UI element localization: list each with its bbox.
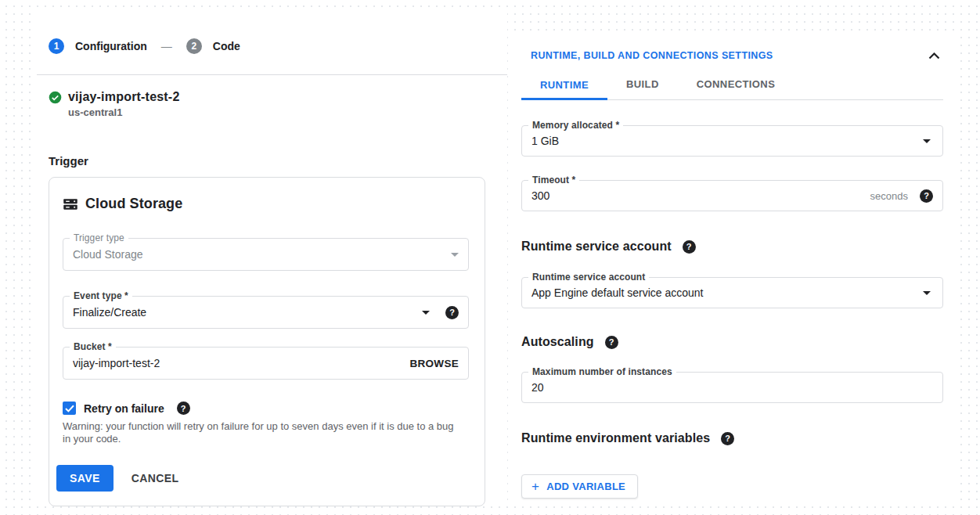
settings-section-header[interactable]: RUNTIME, BUILD AND CONNECTIONS SETTINGS: [521, 50, 943, 61]
function-region: us-central1: [68, 106, 485, 118]
autoscaling-heading: Autoscaling: [521, 335, 594, 349]
action-buttons: SAVE CANCEL: [56, 465, 469, 492]
bucket-input[interactable]: [73, 357, 409, 369]
step-configuration[interactable]: 1 Configuration: [49, 38, 147, 54]
service-account-heading-row: Runtime service account ?: [521, 239, 943, 254]
bucket-label: Bucket *: [70, 341, 116, 352]
max-instances-input[interactable]: [531, 381, 933, 394]
service-account-label: Runtime service account: [528, 272, 649, 283]
memory-allocated-value: 1 GiB: [531, 135, 923, 147]
trigger-card: Cloud Storage Trigger type Cloud Storage…: [49, 177, 485, 506]
timeout-suffix: seconds: [870, 190, 908, 202]
step-2-badge: 2: [186, 38, 202, 54]
function-name: vijay-import-test-2: [68, 90, 180, 104]
help-icon[interactable]: ?: [605, 336, 618, 349]
trigger-card-header: Cloud Storage: [63, 196, 469, 212]
step-2-label: Code: [213, 40, 240, 52]
trigger-type-label: Trigger type: [70, 232, 128, 243]
help-icon[interactable]: ?: [177, 402, 190, 415]
timeout-label: Timeout *: [528, 175, 579, 185]
function-config-panel: 1 Configuration — 2 Code vijay-import-te…: [31, 13, 507, 506]
chevron-up-icon[interactable]: [928, 52, 940, 59]
event-type-label: Event type *: [70, 290, 132, 301]
step-1-label: Configuration: [75, 40, 147, 52]
help-icon[interactable]: ?: [721, 432, 734, 445]
tab-runtime[interactable]: RUNTIME: [521, 79, 607, 100]
timeout-field: Timeout * seconds ?: [521, 180, 943, 211]
env-vars-heading-row: Runtime environment variables ?: [521, 431, 943, 445]
plus-icon: +: [531, 480, 539, 493]
service-account-heading: Runtime service account: [521, 239, 672, 254]
retry-label[interactable]: Retry on failure: [84, 402, 164, 415]
cloud-storage-icon: [63, 196, 78, 212]
add-variable-label: ADD VARIABLE: [546, 481, 625, 492]
autoscaling-heading-row: Autoscaling ?: [521, 335, 943, 349]
dropdown-caret-icon: [422, 311, 430, 315]
memory-allocated-select[interactable]: Memory allocated * 1 GiB: [521, 125, 943, 157]
event-type-value: Finalize/Create: [73, 306, 413, 319]
save-button[interactable]: SAVE: [56, 465, 113, 492]
dropdown-caret-icon: [923, 291, 931, 295]
env-vars-heading: Runtime environment variables: [521, 431, 710, 445]
timeout-input[interactable]: [531, 189, 870, 202]
dropdown-caret-icon: [923, 139, 931, 143]
function-name-row: vijay-import-test-2: [49, 90, 485, 104]
checkbox-check-icon: [65, 405, 74, 412]
stepper: 1 Configuration — 2 Code: [49, 38, 485, 54]
service-account-value: App Engine default service account: [531, 286, 923, 299]
help-icon[interactable]: ?: [920, 189, 933, 203]
tab-connections[interactable]: CONNECTIONS: [678, 78, 794, 99]
memory-allocated-label: Memory allocated *: [528, 120, 623, 131]
retry-row: Retry on failure ?: [63, 402, 469, 415]
retry-warning-text: Warning: your function will retry on fai…: [63, 420, 463, 445]
max-instances-label: Maximum number of instances: [528, 366, 676, 377]
retry-checkbox[interactable]: [63, 402, 76, 415]
max-instances-field: Maximum number of instances: [521, 372, 943, 403]
check-circle-icon: [49, 91, 62, 104]
trigger-card-title: Cloud Storage: [85, 196, 182, 212]
bucket-field: Bucket * BROWSE: [63, 347, 469, 380]
dropdown-caret-icon: [451, 253, 459, 257]
runtime-settings-panel: RUNTIME, BUILD AND CONNECTIONS SETTINGS …: [511, 35, 957, 506]
step-code[interactable]: 2 Code: [186, 38, 240, 54]
settings-section-title: RUNTIME, BUILD AND CONNECTIONS SETTINGS: [531, 50, 773, 61]
trigger-type-select[interactable]: Trigger type Cloud Storage: [63, 238, 469, 271]
service-account-select[interactable]: Runtime service account App Engine defau…: [521, 277, 943, 308]
cancel-button[interactable]: CANCEL: [132, 472, 179, 484]
trigger-section-title: Trigger: [49, 154, 485, 167]
settings-tabs: RUNTIME BUILD CONNECTIONS: [521, 78, 943, 100]
help-icon[interactable]: ?: [683, 240, 696, 254]
trigger-type-value: Cloud Storage: [73, 248, 451, 261]
add-variable-button[interactable]: + ADD VARIABLE: [521, 474, 638, 499]
tab-build[interactable]: BUILD: [607, 78, 678, 99]
step-1-badge: 1: [49, 38, 64, 54]
event-type-select[interactable]: Event type * Finalize/Create ?: [63, 296, 469, 329]
browse-button[interactable]: BROWSE: [409, 358, 459, 369]
step-separator: —: [161, 40, 172, 52]
divider: [37, 74, 507, 75]
help-icon[interactable]: ?: [445, 306, 459, 319]
